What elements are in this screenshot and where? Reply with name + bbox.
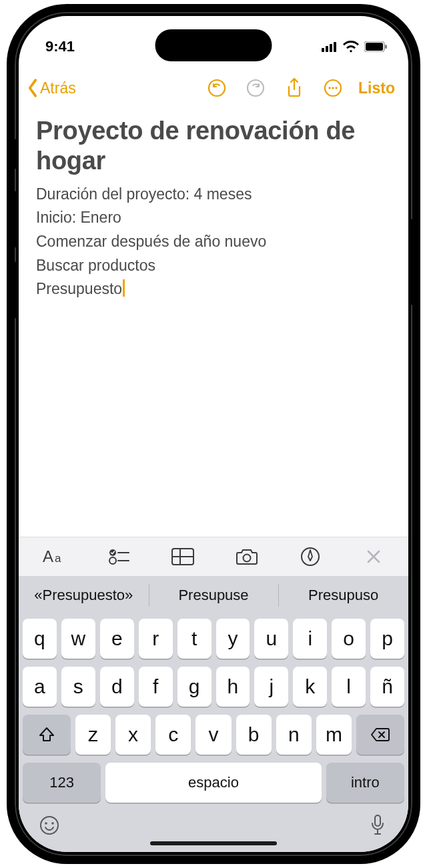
- key-d[interactable]: d: [100, 667, 134, 707]
- text-cursor: [123, 279, 125, 297]
- key-backspace[interactable]: [356, 715, 404, 755]
- key-m[interactable]: m: [316, 715, 352, 755]
- text-style-icon: Aa: [43, 547, 69, 566]
- key-q[interactable]: q: [23, 619, 57, 659]
- suggestion-bar: «Presupuesto» Presupuse Presupuso: [19, 576, 408, 615]
- checklist-button[interactable]: [102, 547, 137, 566]
- note-title: Proyecto de renovación de hogar: [36, 116, 391, 176]
- home-indicator[interactable]: [150, 841, 277, 845]
- key-j[interactable]: j: [254, 667, 288, 707]
- note-line: Buscar productos: [36, 254, 391, 278]
- dictation-button[interactable]: [363, 811, 392, 840]
- key-i[interactable]: i: [293, 619, 327, 659]
- screen: 9:41 Atrás: [19, 16, 408, 852]
- camera-button[interactable]: [230, 548, 264, 565]
- ellipsis-circle-icon: [323, 78, 343, 98]
- table-icon: [171, 548, 194, 565]
- note-line-text: Presupuesto: [36, 280, 122, 297]
- note-editor[interactable]: Proyecto de renovación de hogar Duración…: [19, 111, 408, 301]
- emoji-button[interactable]: [35, 811, 64, 840]
- table-button[interactable]: [165, 548, 200, 565]
- redo-button[interactable]: [238, 73, 273, 103]
- note-line: Duración del proyecto: 4 meses: [36, 183, 391, 207]
- cellular-icon: [322, 41, 338, 52]
- svg-rect-27: [375, 815, 380, 826]
- dynamic-island: [155, 29, 272, 61]
- key-f[interactable]: f: [139, 667, 173, 707]
- svg-rect-2: [330, 44, 332, 52]
- key-enter[interactable]: intro: [326, 763, 404, 803]
- back-label: Atrás: [40, 79, 76, 97]
- battery-icon: [364, 41, 387, 52]
- svg-point-8: [248, 80, 264, 96]
- undo-button[interactable]: [199, 73, 234, 103]
- svg-rect-0: [322, 48, 324, 52]
- note-line: Presupuesto: [36, 277, 391, 301]
- microphone-icon: [370, 814, 386, 837]
- svg-point-12: [335, 87, 337, 89]
- back-button[interactable]: Atrás: [25, 78, 79, 98]
- key-o[interactable]: o: [332, 619, 366, 659]
- done-button[interactable]: Listo: [354, 79, 395, 97]
- key-v[interactable]: v: [195, 715, 231, 755]
- keyboard-area: Aa «Presupuesto»: [19, 537, 408, 852]
- more-button[interactable]: [316, 73, 350, 103]
- share-button[interactable]: [277, 73, 312, 103]
- key-s[interactable]: s: [61, 667, 95, 707]
- key-w[interactable]: w: [61, 619, 95, 659]
- key-h[interactable]: h: [216, 667, 250, 707]
- key-k[interactable]: k: [293, 667, 327, 707]
- svg-rect-6: [385, 45, 387, 49]
- key-b[interactable]: b: [236, 715, 272, 755]
- key-z[interactable]: z: [75, 715, 111, 755]
- keyboard-bottom-row: [19, 809, 408, 852]
- key-numbers[interactable]: 123: [23, 763, 101, 803]
- suggestion[interactable]: Presupuso: [278, 576, 408, 615]
- svg-point-22: [243, 555, 250, 562]
- phone-frame: 9:41 Atrás: [7, 4, 420, 864]
- key-u[interactable]: u: [254, 619, 288, 659]
- key-enye[interactable]: ñ: [370, 667, 404, 707]
- wifi-icon: [343, 41, 359, 53]
- chevron-left-icon: [25, 78, 40, 98]
- key-shift[interactable]: [23, 715, 71, 755]
- suggestion[interactable]: Presupuse: [149, 576, 279, 615]
- backspace-icon: [370, 727, 390, 742]
- key-r[interactable]: r: [139, 619, 173, 659]
- camera-icon: [236, 548, 258, 565]
- share-icon: [286, 77, 303, 99]
- svg-rect-5: [366, 43, 383, 51]
- suggestion[interactable]: «Presupuesto»: [19, 576, 149, 615]
- undo-icon: [207, 78, 227, 98]
- markup-button[interactable]: [293, 547, 328, 567]
- key-x[interactable]: x: [115, 715, 151, 755]
- svg-rect-1: [326, 46, 328, 52]
- key-c[interactable]: c: [155, 715, 191, 755]
- key-g[interactable]: g: [177, 667, 211, 707]
- redo-icon: [246, 78, 266, 98]
- svg-point-11: [332, 87, 334, 89]
- key-e[interactable]: e: [100, 619, 134, 659]
- checklist-icon: [109, 547, 130, 566]
- key-t[interactable]: t: [177, 619, 211, 659]
- key-a[interactable]: a: [23, 667, 57, 707]
- svg-point-10: [328, 87, 330, 89]
- key-l[interactable]: l: [332, 667, 366, 707]
- key-y[interactable]: y: [216, 619, 250, 659]
- svg-point-26: [51, 822, 54, 825]
- text-format-button[interactable]: Aa: [39, 547, 73, 566]
- nav-bar: Atrás Listo: [19, 68, 408, 111]
- status-time: 9:41: [45, 38, 75, 55]
- pen-circle-icon: [300, 547, 320, 567]
- svg-point-17: [109, 557, 116, 564]
- key-p[interactable]: p: [370, 619, 404, 659]
- svg-rect-3: [334, 42, 336, 52]
- key-n[interactable]: n: [276, 715, 312, 755]
- power-button: [408, 219, 412, 305]
- note-line: Inicio: Enero: [36, 206, 391, 230]
- svg-text:a: a: [55, 552, 61, 565]
- key-space[interactable]: espacio: [105, 763, 321, 803]
- close-icon: [366, 549, 381, 564]
- shift-icon: [38, 726, 55, 743]
- close-toolbar-button[interactable]: [356, 549, 391, 564]
